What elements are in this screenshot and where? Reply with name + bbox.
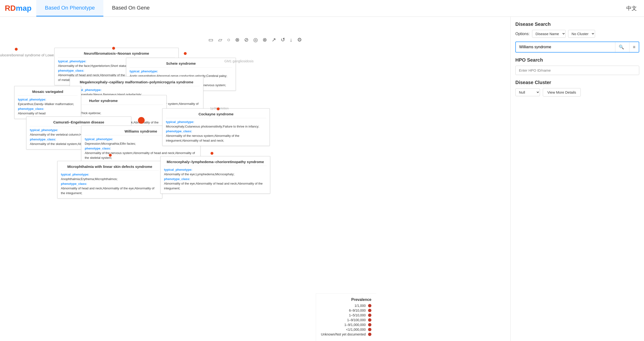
toolbar-icon-slash[interactable]: ⊘ xyxy=(243,36,250,44)
card-label1-megalencephaly: typical_phenotype: xyxy=(73,88,200,92)
dot-lowe xyxy=(15,48,18,51)
toolbar-icon-export[interactable]: ↗ xyxy=(271,36,277,44)
prevalence-item-6: <1/1,000,000 xyxy=(321,328,372,331)
toolbar-icon-cross2[interactable]: ⊗ xyxy=(262,36,268,44)
card-cockayne[interactable]: Cockayne syndrome typical_phenotype: Mic… xyxy=(162,108,270,146)
selector-2[interactable]: No Cluster By Cluster xyxy=(568,30,595,38)
list-button[interactable]: ≡ xyxy=(629,42,639,52)
toolbar-icon-refresh[interactable]: ↺ xyxy=(280,36,286,44)
toolbar-icon-rect1[interactable]: ▭ xyxy=(208,36,214,44)
prevalence-label-5: 1–9/1,000,000 xyxy=(344,323,366,327)
toolbar-icon-download[interactable]: ↓ xyxy=(289,36,293,44)
dot-top-right xyxy=(184,52,187,55)
dot-cockayne xyxy=(217,108,220,110)
card-title-mosaic: Mosaic variegated xyxy=(18,89,78,96)
toolbar-icon-settings[interactable]: ⚙ xyxy=(296,36,303,44)
map-area[interactable]: ▭ ▱ ○ ⊗ ⊘ ◎ ⊗ ↗ ↺ ↓ ⚙ ulocereborenal syn… xyxy=(0,17,510,341)
card-title-megalencephaly: Megalencephaly–capillary malformation–po… xyxy=(73,80,200,86)
card-value1-mosaic: Epicanthus;Dandy–Walker malformation; xyxy=(18,102,78,107)
right-panel: Disease Search Options: Disease Name OMI… xyxy=(510,17,644,341)
prevalence-item-2: 6–9/10,000 xyxy=(321,308,372,312)
card-label2-microcephaly-lymph: phenotype_class: xyxy=(164,177,266,181)
prevalence-dot-4 xyxy=(368,318,372,322)
label-gm1: GM1 gangliosidosis xyxy=(224,59,254,63)
prevalence-title: Prevalence xyxy=(321,297,372,302)
prevalence-dot-1 xyxy=(368,304,372,307)
card-value2-mosaic: Abnormality of head xyxy=(18,111,78,116)
card-title-microcephaly-lymph: Microcephaly–lymphedema–chorioretinopath… xyxy=(164,159,266,166)
card-microcephaly-lymph[interactable]: Microcephaly–lymphedema–chorioretinopath… xyxy=(160,156,270,194)
card-label1-mosaic: typical_phenotype: xyxy=(18,97,78,102)
card-value1-microphthalmia: Anophthalmia;Erythema;Microphthalmos; xyxy=(61,177,159,181)
view-more-button[interactable]: View More Details xyxy=(543,88,581,97)
selector-1[interactable]: Disease Name OMIM ID Gene Name xyxy=(532,30,566,38)
tab-gene[interactable]: Based On Gene xyxy=(103,0,158,17)
card-value1-microcephaly-lymph: Abnormality of the eye;Lymphedema;Microc… xyxy=(164,172,266,177)
cluster-row: Null Cluster 1 Cluster 2 View More Detai… xyxy=(515,88,639,97)
card-title-camurati: Camurati–Engelmann disease xyxy=(30,120,128,126)
hpo-input[interactable] xyxy=(515,66,639,75)
card-mosaic[interactable]: Mosaic variegated typical_phenotype: Epi… xyxy=(14,86,81,119)
toolbar-icon-rect2[interactable]: ▱ xyxy=(217,36,223,44)
toolbar-icon-search[interactable]: ○ xyxy=(226,36,231,44)
dot-microcephaly-lymph xyxy=(210,152,214,155)
card-label1-microphthalmia: typical_phenotype: xyxy=(61,172,159,177)
card-microphthalmia[interactable]: Microphthalmia with linear skin defects … xyxy=(57,161,162,198)
search-input[interactable] xyxy=(516,43,613,52)
prevalence-section: Prevalence 1/1,000 6–9/10,000 1–5/10,000… xyxy=(316,293,376,341)
card-value2-microphthalmia: Abnormality of head and neck;Abnormality… xyxy=(61,186,159,195)
card-value2-cockayne: Abnormality of the nervous system;Abnorm… xyxy=(166,134,266,143)
prevalence-label-1: 1/1,000 xyxy=(354,304,366,307)
prevalence-label-6: <1/1,000,000 xyxy=(346,328,366,331)
label-lowe: ulocereborenal syndrome of Lowe xyxy=(0,53,54,57)
dot-microphthalmia xyxy=(109,154,112,157)
toolbar-icon-cross1[interactable]: ⊗ xyxy=(234,36,240,44)
prevalence-label-3: 1–5/10,000 xyxy=(349,313,366,317)
dot-center xyxy=(138,117,145,124)
card-label1-scheie: typical_phenotype: xyxy=(130,69,232,74)
cluster-select[interactable]: Null Cluster 1 Cluster 2 xyxy=(515,88,540,96)
prevalence-dot-2 xyxy=(368,309,372,312)
card-label2-microphthalmia: phenotype_class: xyxy=(61,181,159,186)
toolbar: ▭ ▱ ○ ⊗ ⊘ ◎ ⊗ ↗ ↺ ↓ ⚙ xyxy=(208,36,303,44)
logo-rd: RD xyxy=(5,4,16,13)
dot-neuro xyxy=(112,47,115,50)
card-label2-williams: phenotype_class: xyxy=(85,146,197,151)
toolbar-icon-pin[interactable]: ◎ xyxy=(252,36,259,44)
prevalence-label-2: 6–9/10,000 xyxy=(349,308,366,312)
prevalence-item-1: 1/1,000 xyxy=(321,304,372,307)
card-label2-mosaic: phenotype_class: xyxy=(18,107,78,111)
card-value2-microcephaly-lymph: Abnormality of the eye;Abnormality of he… xyxy=(164,181,266,191)
disease-cluster-title: Disease Cluster xyxy=(515,80,639,85)
options-label: Options: xyxy=(515,32,530,36)
header: RD map Based On Phenotype Based On Gene … xyxy=(0,0,644,17)
card-title-scheie: Scheie syndrome xyxy=(130,61,232,68)
card-title-microphthalmia: Microphthalmia with linear skin defects … xyxy=(61,164,159,171)
disease-search-title: Disease Search xyxy=(515,22,639,27)
lang-button[interactable]: 中文 xyxy=(626,5,637,12)
card-value1-cockayne: Microcephaly;Cutaneous photosensitivity;… xyxy=(166,124,266,129)
card-title-cockayne: Cockayne syndrome xyxy=(166,112,266,118)
logo-map: map xyxy=(16,4,32,13)
prevalence-dot-6 xyxy=(368,328,372,331)
main-container: ▭ ▱ ○ ⊗ ⊘ ◎ ⊗ ↗ ↺ ↓ ⚙ ulocereborenal syn… xyxy=(0,17,644,341)
logo: RD map xyxy=(0,4,36,13)
search-row: 🔍 ≡ xyxy=(515,42,639,53)
prevalence-dot-3 xyxy=(368,313,372,317)
card-title-neurofibromatosis: Neurofibromatosis–Noonan syndrome xyxy=(58,51,175,58)
prevalence-label-7: Unknown/Not yet documented xyxy=(321,332,366,336)
prevalence-dot-5 xyxy=(368,323,372,326)
tab-phenotype[interactable]: Based On Phenotype xyxy=(36,0,103,17)
options-row: Options: Disease Name OMIM ID Gene Name … xyxy=(515,30,639,38)
prevalence-label-4: 1–9/100,000 xyxy=(347,318,366,322)
card-label1-cockayne: typical_phenotype: xyxy=(166,120,266,124)
prevalence-item-4: 1–9/100,000 xyxy=(321,318,372,322)
prevalence-dot-7 xyxy=(368,333,372,336)
card-label1-microcephaly-lymph: typical_phenotype: xyxy=(164,167,266,172)
prevalence-item-7: Unknown/Not yet documented xyxy=(321,332,372,336)
nav-tabs: Based On Phenotype Based On Gene xyxy=(36,0,158,17)
search-button[interactable]: 🔍 xyxy=(615,42,627,52)
hpo-search-title: HPO Search xyxy=(515,57,639,63)
prevalence-item-5: 1–9/1,000,000 xyxy=(321,323,372,327)
card-label2-cockayne: phenotype_class: xyxy=(166,129,266,134)
